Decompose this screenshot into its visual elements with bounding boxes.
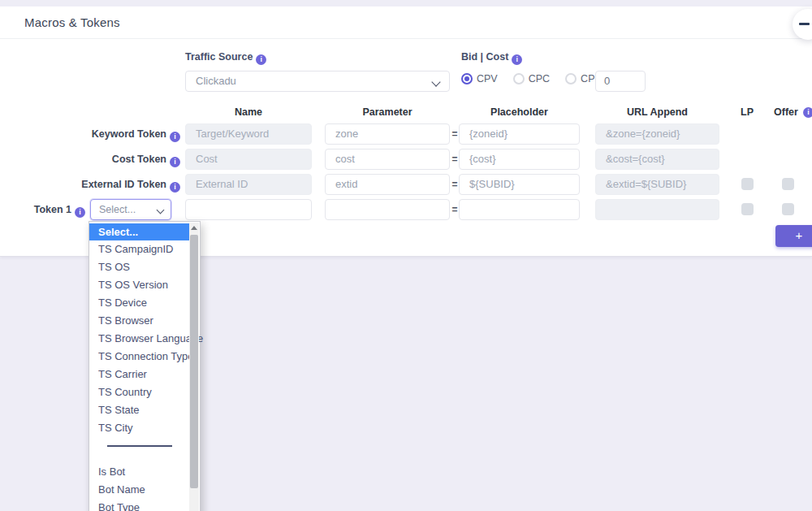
url-append-cost: &cost={cost} (595, 149, 719, 170)
traffic-source-label: Traffic Source (185, 51, 266, 65)
dropdown-scrollbar[interactable] (189, 223, 199, 511)
column-header-lp: LP (728, 106, 767, 118)
column-header-offer: Offer (767, 106, 806, 118)
dropdown-option-bot-type[interactable]: Bot Type (89, 499, 189, 511)
row-label-keyword-token: Keyword Token (0, 123, 180, 145)
panel-header (0, 6, 812, 39)
dropdown-option-ts-connection-type[interactable]: TS Connection Type (89, 348, 189, 366)
token-1-select-value: Select... (99, 204, 136, 215)
placeholder-input-token-1[interactable] (459, 199, 580, 220)
dropdown-option-ts-browser-language[interactable]: TS Browser Language (89, 330, 189, 348)
info-icon[interactable] (256, 54, 266, 65)
dropdown-option-ts-carrier[interactable]: TS Carrier (89, 366, 189, 383)
parameter-input-token-1[interactable] (325, 199, 450, 220)
dropdown-option-ts-os-version[interactable]: TS OS Version (89, 276, 189, 294)
dropdown-option-ts-browser[interactable]: TS Browser (89, 312, 189, 330)
placeholder-input-external-id[interactable]: ${SUBID} (459, 174, 580, 195)
dropdown-option-ts-country[interactable]: TS Country (89, 383, 189, 401)
dropdown-option-ts-campaignid[interactable]: TS CampaignID (89, 240, 189, 258)
parameter-input-cost[interactable]: cost (325, 149, 450, 170)
dropdown-option-ts-device[interactable]: TS Device (89, 294, 189, 312)
token-select-dropdown: Select... TS CampaignID TS OS TS OS Vers… (89, 221, 201, 511)
name-input-external-id: External ID (185, 174, 312, 195)
placeholder-input-keyword[interactable]: {zoneid} (459, 123, 580, 145)
bid-cost-label: Bid | Cost (461, 51, 522, 65)
traffic-source-value: Clickadu (196, 75, 236, 87)
token-1-select[interactable]: Select... (90, 199, 171, 220)
row-label-external-id-token: External ID Token (0, 174, 180, 195)
lp-checkbox-external-id[interactable] (741, 178, 754, 190)
page-title: Macros & Tokens (24, 15, 120, 29)
chevron-down-icon (157, 206, 165, 214)
radio-cpv[interactable]: CPV (461, 73, 498, 84)
name-input-cost: Cost (185, 149, 312, 170)
info-icon[interactable] (170, 132, 180, 142)
info-icon[interactable] (170, 182, 180, 193)
scrollbar-thumb[interactable] (190, 235, 198, 488)
info-icon[interactable] (170, 157, 180, 167)
row-label-token-1: Token 1 (0, 199, 85, 220)
plus-icon: + (796, 228, 803, 242)
parameter-input-keyword[interactable]: zone (325, 123, 450, 145)
radio-selected-icon (461, 73, 473, 84)
parameter-input-external-id[interactable]: extid (325, 174, 450, 195)
chevron-down-icon (431, 77, 440, 86)
dropdown-option-ts-city[interactable]: TS City (89, 419, 189, 437)
dropdown-divider (89, 445, 189, 463)
name-input-keyword: Target/Keyword (185, 123, 312, 145)
column-header-placeholder: Placeholder (459, 106, 580, 118)
dropdown-option-ts-os[interactable]: TS OS (89, 258, 189, 276)
add-token-button[interactable]: + (775, 225, 812, 247)
dropdown-option-ts-state[interactable]: TS State (89, 401, 189, 419)
url-append-token-1 (595, 199, 719, 220)
dropdown-option-is-bot[interactable]: Is Bot (89, 463, 189, 481)
radio-unselected-icon (513, 73, 525, 84)
traffic-source-select[interactable]: Clickadu (185, 71, 450, 92)
info-icon[interactable] (75, 207, 85, 218)
minus-icon (799, 23, 810, 25)
column-header-name: Name (185, 106, 312, 118)
bid-amount-input[interactable]: 0 (595, 71, 646, 92)
offer-checkbox-token-1[interactable] (782, 203, 794, 215)
column-header-url-append: URL Append (595, 106, 719, 118)
info-icon[interactable] (803, 107, 812, 118)
radio-cpc[interactable]: CPC (513, 73, 550, 84)
placeholder-input-cost[interactable]: {cost} (459, 149, 580, 170)
info-icon[interactable] (512, 54, 522, 65)
url-append-external-id: &extid=${SUBID} (595, 174, 719, 195)
dropdown-option-select[interactable]: Select... (89, 223, 189, 240)
url-append-keyword: &zone={zoneid} (595, 123, 719, 145)
dropdown-option-bot-name[interactable]: Bot Name (89, 481, 189, 499)
offer-checkbox-external-id[interactable] (782, 178, 794, 190)
radio-unselected-icon (565, 73, 577, 84)
name-input-token-1[interactable] (185, 199, 312, 220)
row-label-cost-token: Cost Token (0, 149, 180, 170)
dropdown-option-list: Select... TS CampaignID TS OS TS OS Vers… (89, 223, 189, 511)
column-header-parameter: Parameter (325, 106, 450, 118)
lp-checkbox-token-1[interactable] (741, 203, 754, 215)
scroll-up-arrow-icon[interactable] (189, 223, 199, 234)
